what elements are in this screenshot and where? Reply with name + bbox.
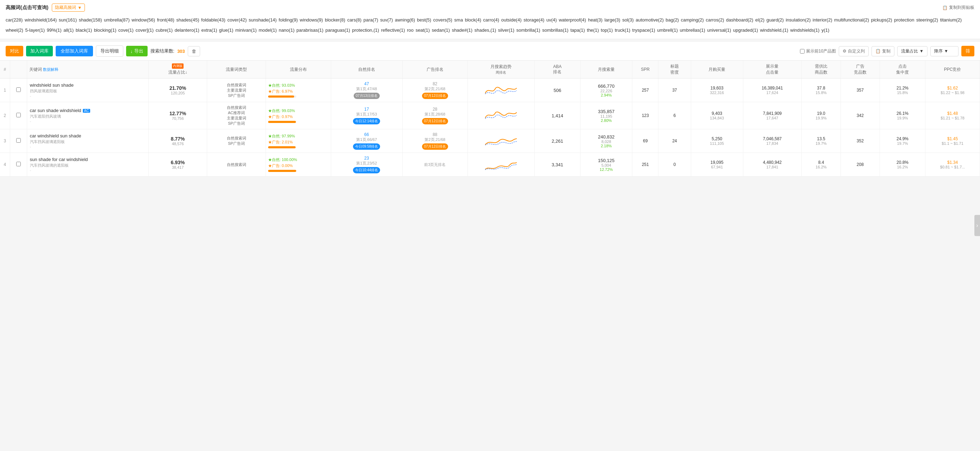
keyword-tag[interactable]: window(56) [132,17,156,22]
keyword-tag[interactable]: shades(45) [176,17,200,22]
keyword-tag[interactable]: blocker(8) [325,17,346,22]
keyword-tag[interactable]: umbrella(87) [104,17,131,22]
keyword-tag[interactable]: block(4) [465,17,483,22]
keyword-text[interactable]: car windshield sun shade [30,133,146,139]
keyword-tag[interactable]: automotive(2) [636,17,665,22]
keyword-tag[interactable]: shade#(1) [452,27,474,33]
show-top10-label[interactable]: 展示前10产品图 [800,48,836,54]
keyword-tag[interactable]: 5-layer(1) [25,27,46,33]
export-button[interactable]: ↓ 导出 [126,46,148,56]
keyword-tag[interactable]: y(1) [821,27,829,33]
keyword-tag[interactable]: top(1) [601,27,614,33]
keyword-tag[interactable]: waterproof(4) [559,17,587,22]
keyword-tag[interactable]: sun(161) [59,17,78,22]
keyword-tag[interactable]: guard(2) [767,17,785,22]
keyword-tag[interactable]: windows(9) [300,17,324,22]
keyword-tag[interactable]: car(228) [6,17,24,22]
th-traffic-share[interactable]: 内测版 流量占比↓ [149,61,207,78]
keyword-tag[interactable]: glue(1) [219,27,235,33]
keyword-tag[interactable]: cover](1) [135,27,155,33]
keyword-tag[interactable]: cars(8) [347,17,363,22]
keyword-tag[interactable]: sol(3) [622,17,635,22]
keyword-tag[interactable]: protection [894,17,916,22]
copy-clipboard-button[interactable]: 📋 复制到剪贴板 [942,5,974,11]
keyword-tag[interactable]: tapa(1) [570,27,586,33]
keyword-tag[interactable]: shades,(1) [474,27,497,33]
keyword-tag[interactable]: foldable(43) [201,17,226,22]
keyword-tag[interactable]: universal(1) [707,27,732,33]
keyword-tag[interactable]: steering(2) [916,17,940,22]
keyword-tag[interactable]: wheel(2) [6,27,24,33]
keyword-tag[interactable]: sedan(1) [432,27,451,33]
custom-columns-button[interactable]: ⚙ 自定义列 [839,46,869,56]
keyword-tag[interactable]: uv(4) [546,17,558,22]
hide-high-freq-button[interactable]: 隐藏高频词 ▼ [52,3,85,12]
keyword-tag[interactable]: windshield,(1) [760,27,789,33]
keyword-tag[interactable]: titanium(2) [940,17,962,22]
row-checkbox-cell[interactable] [10,153,27,177]
keyword-tag[interactable]: suv(7) [380,17,394,22]
keyword-text[interactable]: sun shade for car windshield [30,157,146,162]
keyword-tag[interactable]: cover(42) [227,17,248,22]
keyword-tag[interactable]: outside(4) [501,17,523,22]
keyword-tag[interactable]: tryspace(1) [632,27,657,33]
keyword-tag[interactable]: black(1) [76,27,93,33]
keyword-tag[interactable]: delantero(1) [175,27,201,33]
keyword-tag[interactable]: truck(1) [615,27,632,33]
keyword-tag[interactable]: cove(1) [118,27,135,33]
keyword-tag[interactable]: heat(3) [588,17,604,22]
keyword-tag[interactable]: sunshade(14) [249,17,278,22]
keyword-text[interactable]: windshield sun shade [30,83,146,88]
keyword-tag[interactable]: pickups(2) [871,17,894,22]
keyword-tag[interactable]: roo [407,27,415,33]
keyword-tag[interactable]: upgraded(1) [733,27,759,33]
keyword-tag[interactable]: windshield(164) [25,17,58,22]
show-top10-checkbox[interactable] [800,49,805,54]
keyword-tag[interactable]: bag(2) [666,17,680,22]
compare-button[interactable]: 对比 [6,46,23,56]
keyword-text[interactable]: car sun shade windshieldAC [30,108,146,113]
keyword-tag[interactable]: para(7) [364,17,380,22]
add-to-wordbank-button[interactable]: 加入词库 [26,46,53,56]
copy-small-button[interactable]: 📋 复制 [872,46,894,56]
keyword-tag[interactable]: the(1) [587,27,600,33]
keyword-tag[interactable]: cubre(1) [156,27,174,33]
keyword-tag[interactable]: 99%(1) [47,27,63,33]
sort-order-dropdown[interactable]: 降序 ▼ [930,46,959,56]
keyword-tag[interactable]: front(48) [157,17,176,22]
filter-button[interactable]: 筛 [961,46,974,56]
keyword-tag[interactable]: large(3) [605,17,621,22]
row-checkbox[interactable] [16,138,21,143]
keyword-tag[interactable]: umbrell(1) [657,27,679,33]
row-checkbox[interactable] [16,113,21,117]
keyword-tag[interactable]: carro(4) [483,17,501,22]
keyword-tag[interactable]: all(1) [64,27,75,33]
add-all-to-wordbank-button[interactable]: 全部加入词库 [56,46,93,56]
keyword-tag[interactable]: protection,(1) [352,27,380,33]
keyword-tag[interactable]: sma [454,17,464,22]
keyword-tag[interactable]: folding(9) [278,17,299,22]
keyword-tag[interactable]: umbrellas(1) [680,27,706,33]
row-checkbox[interactable] [16,162,21,166]
keyword-tag[interactable]: seat(1) [416,27,431,33]
keyword-tag[interactable]: sombrilla(1) [516,27,542,33]
keyword-tag[interactable]: nano(1) [278,27,296,33]
keyword-tag[interactable]: awning(6) [395,17,416,22]
keyword-tag[interactable]: sombrillas(1) [542,27,570,33]
trash-button[interactable]: 🗑 [188,46,200,56]
keyword-tag[interactable]: blocking(1) [94,27,118,33]
keyword-tag[interactable]: reflective(1) [381,27,407,33]
keyword-tag[interactable]: parabrisas(1) [297,27,325,33]
row-checkbox-cell[interactable] [10,102,27,129]
row-checkbox-cell[interactable] [10,129,27,153]
traffic-ratio-dropdown[interactable]: 流量占比 ▼ [897,46,928,56]
keyword-tag[interactable]: paraguas(1) [326,27,352,33]
keyword-tag[interactable]: minivan(1) [235,27,258,33]
keyword-tag[interactable]: shade(158) [79,17,103,22]
keyword-tag[interactable]: interior(2) [813,17,834,22]
keyword-tag[interactable]: covers(5) [433,17,454,22]
keyword-tag[interactable]: storage(4) [523,17,546,22]
keyword-tag[interactable]: model(1) [259,27,278,33]
row-checkbox[interactable] [16,88,21,92]
keyword-tag[interactable]: multifunctional(2) [834,17,870,22]
